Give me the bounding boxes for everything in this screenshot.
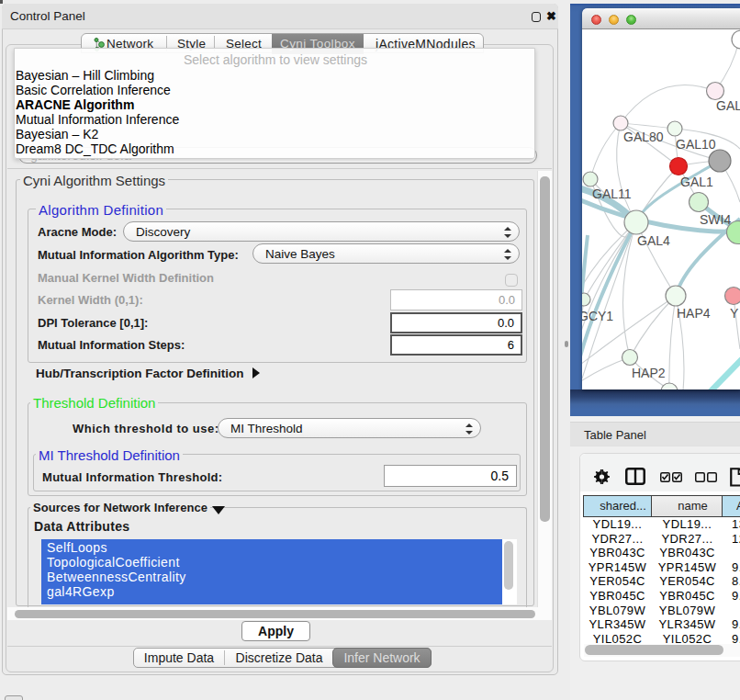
svg-text:GAL4: GAL4	[637, 233, 670, 248]
svg-text:Y: Y	[730, 306, 739, 321]
svg-text:HAP4: HAP4	[677, 306, 711, 321]
svg-text:HAP2: HAP2	[632, 366, 666, 380]
svg-text:GAL10: GAL10	[676, 137, 716, 152]
svg-text:GAL80: GAL80	[623, 130, 664, 144]
svg-text:GAL2: GAL2	[716, 98, 740, 113]
svg-text:GAL11: GAL11	[592, 186, 632, 201]
svg-text:GAL1: GAL1	[680, 175, 713, 189]
svg-text:GCY1: GCY1	[582, 309, 613, 323]
svg-text:SWI4: SWI4	[700, 212, 731, 227]
